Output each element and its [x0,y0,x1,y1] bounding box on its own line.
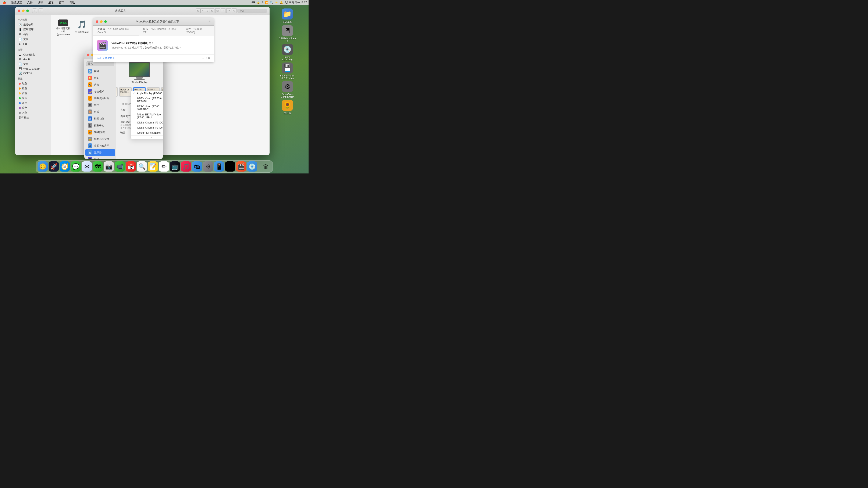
dock-music[interactable]: 🎵 [181,161,191,171]
settings-item-accessibility[interactable]: ♿ 辅助功能 [85,115,115,122]
sidebar-item-tag-yellow[interactable]: 黄色 [16,91,50,96]
dock-launchpad[interactable]: 🚀 [49,161,59,171]
videoproc-close[interactable] [96,20,98,23]
dock-anytodmg[interactable]: 💿 [247,161,257,171]
wifi-icon[interactable]: 📶 [265,1,268,4]
preset-digital-cinema-d65[interactable]: Digital Cinema (P3-D65) [131,125,163,130]
videoproc-min[interactable] [100,20,102,23]
tag-btn[interactable]: 🏷 [226,8,231,13]
desktop-icon-betterdisplay[interactable]: 💾 BetterDisplay-v2.0.11.dmg [279,63,296,79]
search-menu-icon[interactable]: 🔍 [270,1,273,4]
menu-system-settings[interactable]: 系统设置 [10,1,23,4]
share-btn[interactable]: ↑ [221,8,225,13]
sidebar-item-tag-all[interactable]: 所有标签… [16,115,50,120]
apple-menu[interactable]: 🍎 [2,1,7,4]
view-icon-btn[interactable]: ⊞ [196,8,200,13]
settings-item-screentime[interactable]: ⏱ 屏幕使用时间 [85,95,115,102]
menu-help[interactable]: 帮助 [69,1,76,4]
dock-photos[interactable]: 📷 [104,161,114,171]
search-input[interactable] [237,9,267,13]
sidebar-item-recent[interactable]: 🕐 最近使用 [16,22,50,27]
desktop-icon-debugtools[interactable]: 📁 调试工具 [279,8,296,24]
settings-item-appearance[interactable]: 🎨 外观 [85,108,115,115]
group-btn[interactable]: ⊞↓ [215,8,220,13]
sidebar-item-tag-orange[interactable]: 橙色 [16,86,50,91]
dock-mail[interactable]: ✉ [82,161,92,171]
back-button[interactable]: ‹ [32,8,37,13]
desktop-icon-opencore[interactable]: ⚙ OpenCore Configurator [279,81,296,98]
desktop-icon-sunflower[interactable]: 🌻 向日葵 [279,100,296,115]
dock-maps[interactable]: 🗺 [93,161,103,171]
dock-appletv[interactable]: 📺 [170,161,180,171]
res-option-2[interactable]: Here's totrouble... [119,87,132,100]
settings-item-sound[interactable]: 🔊 声音 [85,82,115,88]
menu-window[interactable]: 窗口 [58,1,65,4]
sidebar-item-apps[interactable]: 📱 应用程序 [16,27,50,32]
preset-digital-cinema-dci[interactable]: Digital Cinema (P3-DCI) [131,120,163,125]
display-close-button[interactable] [87,54,89,56]
settings-item-general[interactable]: ⚙ 通用 [85,102,115,108]
dock-videoproc[interactable]: 🎬 [236,161,246,171]
sidebar-item-docs[interactable]: 📄 文稿 [16,37,50,42]
control-center-icon[interactable]: 🔔 [280,1,283,4]
minimize-button[interactable] [22,9,25,12]
sidebar-item-downloads[interactable]: ⬇ 下载 [16,42,50,46]
dock-safari[interactable]: 🧭 [60,161,70,171]
list-item[interactable]: SHELL 临时清除更新小红点.command [55,18,72,37]
dock-facetime[interactable]: 📹 [115,161,125,171]
settings-item-privacy[interactable]: 🔒 隐私与安全性 [85,135,115,142]
close-button[interactable] [18,9,20,12]
more-btn[interactable]: ⊙ [232,8,237,13]
preset-apple-display[interactable]: Apple Display (P3-600 nits) [131,91,163,96]
dock-freeform[interactable]: ✏ [159,161,169,171]
settings-item-controlcenter[interactable]: 🎛 控制中心 [85,122,115,129]
menu-edit[interactable]: 编辑 [37,1,44,4]
desktop-icon-lunar[interactable]: 💿 Lunar-6.2.6.dmg [279,44,296,61]
settings-item-notifications[interactable]: 🔔 通知 [85,74,115,82]
maximize-button[interactable] [26,9,29,12]
desktop-icon-cpufriend[interactable]: 🖥 CPUFriendFriend [279,25,296,42]
keyboard-icon[interactable]: A [262,1,264,4]
settings-item-siri[interactable]: 🎤 Siri与聚焦 [85,129,115,135]
notification-icon[interactable]: ⚡ [275,1,278,4]
dock-screens[interactable]: 📱 [214,161,224,171]
dock-notes[interactable]: 📝 [148,161,158,171]
view-column-btn[interactable]: ⊟ [205,8,210,13]
menu-display[interactable]: 显示 [48,1,55,4]
settings-item-display[interactable]: 🖥 显示器 [85,149,115,156]
preset-design-print[interactable]: Design & Print (D50) [131,130,163,135]
tab-software[interactable]: 软件 10.16.0 (23G80) [181,26,214,36]
dock-spotlight[interactable]: 🔍 [137,161,147,171]
dock-messages[interactable]: 💬 [71,161,81,171]
input-source-icon[interactable]: ⌨ [252,1,255,4]
settings-item-focus[interactable]: 🌙 专注模式 [85,88,115,95]
menu-file[interactable]: 文件 [26,1,33,4]
view-list-btn[interactable]: ≡ [200,8,205,13]
lock-icon[interactable]: 🔒 [257,1,260,4]
sidebar-item-tag-gray[interactable]: 灰色 [16,110,50,115]
tab-processor[interactable]: 处理器 2.71 GHz Gen Intel Core i5 [93,26,139,36]
settings-item-wallpaper[interactable]: 🖼 墙纸 [85,156,115,159]
sidebar-item-docs2[interactable]: 📄 文稿 [16,62,50,66]
forward-button[interactable]: › [38,8,43,13]
tab-gpu[interactable]: 显卡 AMD Radeon RX 6900 XT [139,26,181,36]
videoproc-max[interactable] [104,20,107,23]
sidebar-item-desktop[interactable]: 🖥 桌面 [16,32,50,37]
settings-search-input[interactable] [86,61,114,66]
dock-sysprefs[interactable]: ⚙ [203,161,213,171]
videoproc-more-link[interactable]: 点击,了解更多 > [97,57,115,60]
view-gallery-btn[interactable]: ⊡ [210,8,214,13]
videoproc-close-x[interactable]: ✕ [209,20,211,23]
dock-terminal[interactable]: ⌨ [225,161,235,171]
dock-finder[interactable]: 😊 [38,161,48,171]
sidebar-item-win10[interactable]: 💾 Win 10 Ent x64 [16,66,50,71]
dock-calendar[interactable]: 📅 [126,161,136,171]
sidebar-item-tag-green[interactable]: 绿色 [16,96,50,101]
sidebar-item-tag-red[interactable]: 红色 [16,81,50,86]
preset-dropdown[interactable]: Apple Display (P3-600 nits) HDTV Video (… [130,91,163,139]
sidebar-item-macpro[interactable]: 🖥 Mac Pro [16,57,50,62]
preset-hdtv[interactable]: HDTV Video (BT.709-BT.1886) [131,96,163,104]
list-item[interactable]: 🎵 声卡测试.mp3 [73,18,90,37]
preset-ntsc[interactable]: NTSC Video (BT.601 SMPTE-C) [131,104,163,112]
settings-item-network[interactable]: 📡 网络 [85,68,115,74]
